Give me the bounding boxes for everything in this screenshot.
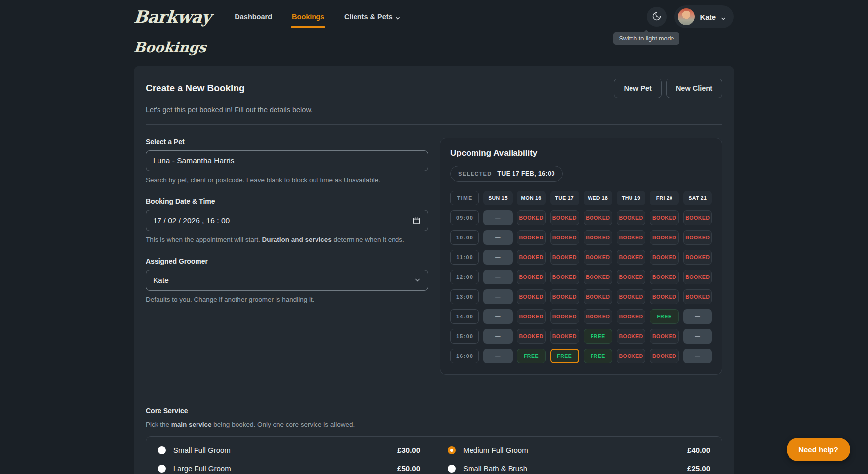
slot-booked-thu-19-16:00: BOOKED xyxy=(617,349,645,363)
radio-unselected[interactable] xyxy=(158,446,166,454)
pet-search-input[interactable]: Luna - Samantha Harris xyxy=(146,150,428,171)
slot-booked-fri-20-15:00: BOOKED xyxy=(650,329,678,344)
create-booking-card: Create a New Booking New Pet New Client … xyxy=(134,66,734,474)
user-name: Kate xyxy=(700,13,716,21)
datetime-input[interactable]: 17 / 02 / 2026 , 16 : 00 xyxy=(146,210,428,231)
slot-booked-mon-16-11:00: BOOKED xyxy=(517,250,546,265)
availability-title: Upcoming Availability xyxy=(450,148,712,158)
slot-booked-thu-19-14:00: BOOKED xyxy=(617,309,645,324)
need-help-button[interactable]: Need help? xyxy=(787,438,850,461)
slot-free-tue-17-16:00-selected[interactable]: FREE xyxy=(550,349,579,363)
selected-slot-badge: SELECTED TUE 17 FEB, 16:00 xyxy=(450,166,563,182)
slot-unavailable-sun-15-11:00: — xyxy=(483,250,512,265)
availability-panel: Upcoming Availability SELECTED TUE 17 FE… xyxy=(440,138,722,375)
divider xyxy=(146,391,722,391)
slot-free-wed-18-15:00[interactable]: FREE xyxy=(584,329,612,344)
day-column-header: MON 16 xyxy=(517,191,546,205)
top-navigation: Barkway Dashboard Bookings Clients & Pet… xyxy=(0,0,868,34)
slot-booked-tue-17-09:00: BOOKED xyxy=(550,210,579,225)
slot-unavailable-sun-15-13:00: — xyxy=(483,289,512,304)
page-title: Bookings xyxy=(133,40,868,56)
slot-booked-mon-16-09:00: BOOKED xyxy=(517,210,546,225)
slot-booked-tue-17-15:00: BOOKED xyxy=(550,329,579,344)
slot-booked-mon-16-10:00: BOOKED xyxy=(517,230,546,245)
slot-booked-mon-16-14:00: BOOKED xyxy=(517,309,546,324)
slot-booked-fri-20-16:00: BOOKED xyxy=(650,349,678,363)
slot-booked-mon-16-13:00: BOOKED xyxy=(517,289,546,304)
day-column-header: SAT 21 xyxy=(683,191,712,205)
calendar-icon[interactable] xyxy=(412,216,421,225)
booking-form-grid: Select a Pet Luna - Samantha Harris Sear… xyxy=(146,138,722,375)
core-service-list: Small Full Groom£30.00Medium Full Groom£… xyxy=(146,436,722,474)
slot-booked-wed-18-11:00: BOOKED xyxy=(584,250,612,265)
groomer-select[interactable]: Kate xyxy=(146,270,428,291)
slot-booked-fri-20-12:00: BOOKED xyxy=(650,270,678,284)
slot-booked-mon-16-12:00: BOOKED xyxy=(517,270,546,284)
time-row-label: 13:00 xyxy=(450,289,479,304)
form-column: Select a Pet Luna - Samantha Harris Sear… xyxy=(146,138,428,375)
service-option-large-full-groom[interactable]: Large Full Groom£50.00 xyxy=(158,459,420,474)
user-menu[interactable]: Kate xyxy=(674,5,734,28)
datetime-value: 17 / 02 / 2026 , 16 : 00 xyxy=(153,216,230,225)
service-price: £40.00 xyxy=(687,446,710,454)
slot-booked-thu-19-09:00: BOOKED xyxy=(617,210,645,225)
time-row-label: 12:00 xyxy=(450,270,479,284)
service-price: £30.00 xyxy=(397,446,420,454)
groomer-field-label: Assigned Groomer xyxy=(146,257,428,265)
nav-item-dashboard[interactable]: Dashboard xyxy=(235,10,272,24)
day-column-header: THU 19 xyxy=(617,191,645,205)
service-name: Large Full Groom xyxy=(173,464,397,473)
avatar xyxy=(678,8,695,25)
pet-search-value: Luna - Samantha Harris xyxy=(153,157,235,165)
radio-unselected[interactable] xyxy=(448,465,456,473)
service-option-medium-full-groom[interactable]: Medium Full Groom£40.00 xyxy=(448,441,710,459)
core-service-section: Core Service Pick the main service being… xyxy=(146,407,722,474)
slot-unavailable-sat-21-14:00: — xyxy=(683,309,712,324)
nav-item-bookings[interactable]: Bookings xyxy=(292,10,324,24)
nav-item-clients-pets[interactable]: Clients & Pets xyxy=(344,10,400,24)
slot-booked-fri-20-10:00: BOOKED xyxy=(650,230,678,245)
radio-selected[interactable] xyxy=(448,446,456,454)
slot-free-fri-20-14:00[interactable]: FREE xyxy=(650,309,678,324)
chevron-down-icon xyxy=(414,277,421,283)
service-price: £25.00 xyxy=(687,464,710,473)
availability-grid: TIMESUN 15MON 16TUE 17WED 18THU 19FRI 20… xyxy=(450,191,712,363)
divider xyxy=(146,124,722,125)
slot-unavailable-sun-15-10:00: — xyxy=(483,230,512,245)
brand-logo[interactable]: Barkway xyxy=(133,7,212,27)
theme-toggle-button[interactable]: Switch to light mode xyxy=(647,7,667,27)
service-name: Small Bath & Brush xyxy=(463,464,687,473)
slot-booked-mon-16-15:00: BOOKED xyxy=(517,329,546,344)
service-option-small-bath-brush[interactable]: Small Bath & Brush£25.00 xyxy=(448,459,710,474)
slot-booked-thu-19-11:00: BOOKED xyxy=(617,250,645,265)
slot-free-mon-16-16:00[interactable]: FREE xyxy=(517,349,546,363)
datetime-field-group: Booking Date & Time 17 / 02 / 2026 , 16 … xyxy=(146,198,428,243)
core-service-helper: Pick the main service being booked. Only… xyxy=(146,421,722,428)
day-column-header: TUE 17 xyxy=(550,191,579,205)
slot-booked-tue-17-11:00: BOOKED xyxy=(550,250,579,265)
moon-icon xyxy=(652,11,662,23)
radio-unselected[interactable] xyxy=(158,465,166,473)
slot-booked-fri-20-11:00: BOOKED xyxy=(650,250,678,265)
slot-booked-sat-21-13:00: BOOKED xyxy=(683,289,712,304)
time-column-header: TIME xyxy=(450,191,479,205)
day-column-header: FRI 20 xyxy=(650,191,678,205)
service-name: Small Full Groom xyxy=(173,446,397,454)
service-option-small-full-groom[interactable]: Small Full Groom£30.00 xyxy=(158,441,420,459)
datetime-field-helper: This is when the appointment will start.… xyxy=(146,236,428,243)
slot-booked-wed-18-12:00: BOOKED xyxy=(584,270,612,284)
slot-booked-sat-21-11:00: BOOKED xyxy=(683,250,712,265)
new-pet-button[interactable]: New Pet xyxy=(614,79,661,98)
app-root: Barkway Dashboard Bookings Clients & Pet… xyxy=(0,0,868,474)
card-actions: New Pet New Client xyxy=(614,79,722,98)
slot-booked-sat-21-12:00: BOOKED xyxy=(683,270,712,284)
slot-booked-tue-17-14:00: BOOKED xyxy=(550,309,579,324)
chevron-down-icon xyxy=(395,14,400,19)
slot-booked-fri-20-13:00: BOOKED xyxy=(650,289,678,304)
groomer-field-helper: Defaults to you. Change if another groom… xyxy=(146,296,428,303)
time-row-label: 16:00 xyxy=(450,349,479,363)
slot-booked-tue-17-13:00: BOOKED xyxy=(550,289,579,304)
slot-free-wed-18-16:00[interactable]: FREE xyxy=(584,349,612,363)
new-client-button[interactable]: New Client xyxy=(666,79,722,98)
slot-booked-wed-18-09:00: BOOKED xyxy=(584,210,612,225)
